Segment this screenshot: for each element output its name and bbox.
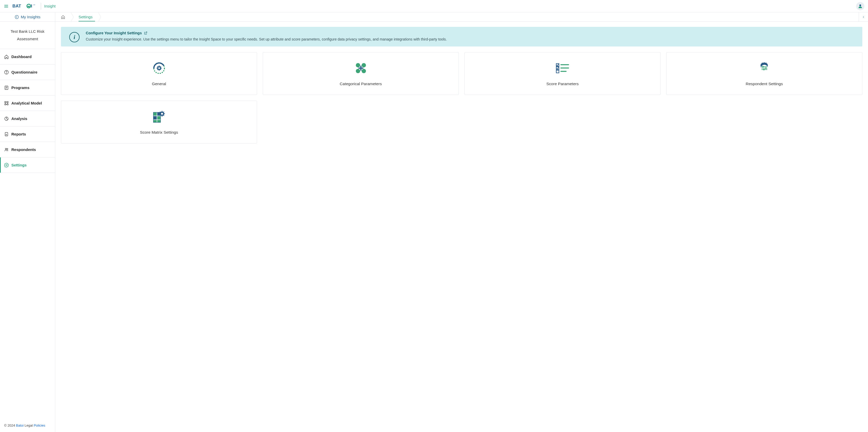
sidebar-item-label: Settings [11,163,27,167]
sidebar-item-settings[interactable]: Settings [0,158,55,173]
svg-rect-64 [153,116,157,120]
info-description: Customize your Insight experience. Use t… [86,37,857,42]
svg-point-30 [7,148,8,149]
settings-card-general[interactable]: General [61,52,257,95]
svg-rect-19 [7,104,8,105]
menu-toggle-icon[interactable] [4,4,9,9]
pie-icon [4,117,9,121]
svg-text:®: ® [34,4,35,6]
sidebar-item-label: Analysis [11,117,27,121]
settings-card-categorical[interactable]: Categorical Parameters [263,52,459,95]
chevron-left-icon [862,15,865,19]
footer-link-batoi[interactable]: Batoi [16,424,24,427]
main: Settings i Configure Your Insight Settin… [55,12,868,432]
card-label: General [152,81,166,86]
svg-point-8 [860,4,861,6]
sidebar-item-label: Respondents [11,147,36,152]
collapse-panel-button[interactable] [859,12,868,22]
svg-point-61 [763,69,765,70]
footer-copyright: © 2024 [4,424,16,427]
svg-point-11 [6,73,6,73]
svg-point-29 [5,148,6,149]
svg-point-31 [6,164,7,166]
svg-text:BAT: BAT [12,4,21,8]
sidebar-item-analysis[interactable]: Analysis [0,111,55,127]
brand[interactable]: BAT I ® Insight [12,3,56,9]
score-icon [555,61,570,75]
svg-rect-37 [156,68,157,69]
back-arrow-icon [15,15,19,19]
sidebar-item-label: Reports [11,132,26,136]
svg-rect-16 [5,101,6,103]
back-label: My Insights [21,15,40,19]
report-icon [4,132,9,136]
user-icon [858,4,863,9]
svg-point-43 [356,63,360,67]
svg-rect-71 [161,111,162,112]
svg-rect-66 [153,120,157,122]
svg-point-45 [356,69,360,73]
top-header-left: BAT I ® Insight [4,3,56,9]
svg-rect-18 [5,104,6,105]
svg-point-44 [362,63,366,67]
brand-divider [41,3,41,9]
top-header: BAT I ® Insight [0,0,868,12]
avatar[interactable] [856,2,864,10]
svg-rect-54 [560,71,566,72]
sidebar-item-label: Dashboard [11,55,32,59]
svg-point-46 [362,69,366,73]
sidebar-item-questionnaire[interactable]: Questionnaire [0,65,55,80]
settings-card-score[interactable]: Score Parameters [464,52,660,95]
info-banner: i Configure Your Insight Settings Custom… [61,27,862,46]
card-label: Score Parameters [547,81,579,86]
svg-rect-67 [157,120,160,122]
svg-rect-74 [164,113,165,114]
svg-rect-36 [159,70,159,71]
brand-section-label[interactable]: Insight [44,4,56,8]
svg-rect-38 [161,68,162,69]
sidebar-item-dashboard[interactable]: Dashboard [0,49,55,65]
content: i Configure Your Insight Settings Custom… [55,22,868,432]
breadcrumb-label: Settings [79,15,92,19]
card-label: Categorical Parameters [340,81,382,86]
svg-point-59 [765,67,767,69]
sidebar-item-programs[interactable]: Programs [0,80,55,96]
sidebar-item-label: Questionnaire [11,70,37,74]
sidebar-item-reports[interactable]: Reports [0,127,55,142]
sidebar-item-respondents[interactable]: Respondents [0,142,55,158]
external-link-icon[interactable] [144,31,148,35]
breadcrumb-home[interactable] [55,12,71,22]
home-icon [61,15,65,19]
active-underline [79,21,95,22]
settings-card-matrix[interactable]: Score Matrix Settings [61,101,257,143]
svg-text:I: I [31,4,32,8]
info-icon: i [69,32,80,42]
settings-card-respondent[interactable]: Respondent Settings [666,52,862,95]
sidebar: My Insights Test Bank LLC Risk Assessmen… [0,12,55,432]
breadcrumb-bar: Settings [55,12,868,22]
svg-point-9 [15,15,18,19]
back-to-insights[interactable]: My Insights [0,12,55,22]
svg-rect-52 [560,64,569,65]
breadcrumb-current[interactable]: Settings [71,12,98,22]
project-title: Test Bank LLC Risk Assessment [0,22,55,49]
categorical-icon [354,61,368,75]
info-title: Configure Your Insight Settings [86,31,857,35]
batoi-logo: BAT I ® [12,3,38,9]
svg-rect-65 [157,116,160,120]
model-icon [4,101,9,105]
svg-point-57 [762,66,764,68]
svg-rect-62 [153,112,157,115]
svg-rect-35 [159,66,159,67]
svg-point-6 [33,4,34,5]
users-icon [4,147,9,152]
sidebar-nav: Dashboard Questionnaire Programs Analyti… [0,49,55,420]
footer-link-policies[interactable]: Policies [34,424,45,427]
info-title-text: Configure Your Insight Settings [86,31,142,35]
svg-rect-48 [358,68,363,69]
home-icon [4,55,9,59]
sidebar-item-analytical-model[interactable]: Analytical Model [0,96,55,111]
svg-point-34 [158,67,160,69]
sidebar-item-label: Analytical Model [11,101,42,105]
sidebar-item-label: Programs [11,86,29,90]
